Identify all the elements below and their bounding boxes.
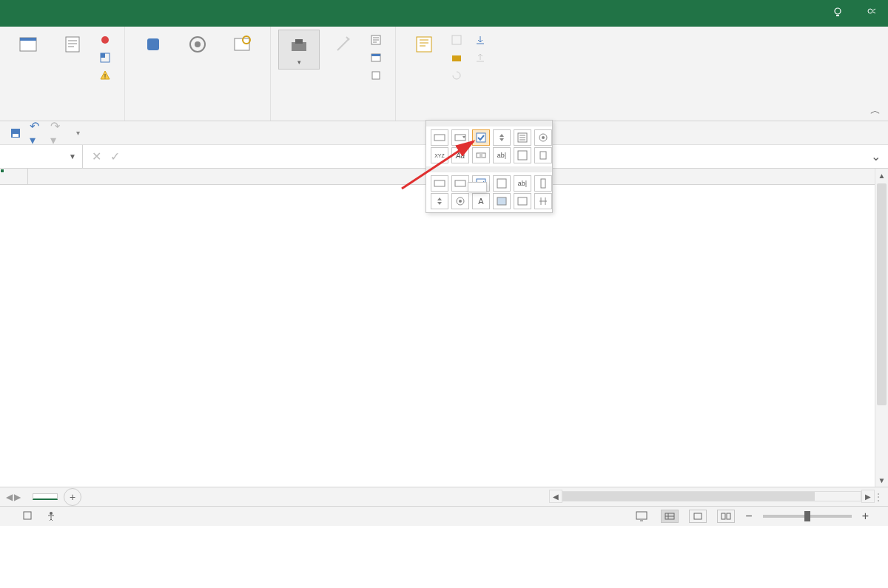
add-sheet-button[interactable]: + (64, 488, 81, 506)
hscroll-right-icon[interactable]: ▶ (861, 490, 875, 503)
ax-listbox-control[interactable] (493, 175, 511, 192)
record-icon (99, 34, 111, 46)
ribbon-group-controls: ▾ (271, 27, 396, 121)
collapse-ribbon-button[interactable]: ︿ (870, 104, 881, 118)
ax-combo-control[interactable] (451, 175, 469, 192)
svg-point-5 (101, 36, 109, 44)
insert-controls-button[interactable]: ▾ (278, 30, 320, 70)
hscroll-left-icon[interactable]: ◀ (549, 490, 562, 503)
share-button[interactable] (866, 7, 882, 21)
ax-option-control[interactable] (451, 193, 469, 209)
scroll-down-icon[interactable]: ▼ (875, 473, 888, 487)
svg-rect-30 (480, 153, 482, 158)
svg-rect-51 (727, 513, 730, 519)
view-page-break-button[interactable] (717, 510, 735, 523)
form-spinner-control[interactable] (493, 129, 511, 146)
sheet-prev-icon[interactable]: ◀ (6, 492, 13, 502)
form-option-control[interactable] (534, 129, 552, 146)
qat-customize-icon[interactable]: ▾ (71, 126, 84, 140)
enter-formula-icon[interactable]: ✓ (110, 149, 120, 163)
form-combo-list-control[interactable] (514, 147, 531, 163)
expand-formula-bar-icon[interactable]: ⌄ (864, 149, 888, 163)
svg-point-1 (868, 9, 872, 13)
scroll-up-icon[interactable]: ▲ (875, 169, 888, 182)
properties-button[interactable] (367, 33, 388, 47)
form-button-control[interactable] (431, 129, 448, 146)
form-combo-drop-control[interactable] (534, 147, 552, 163)
form-checkbox-control[interactable] (472, 129, 490, 146)
zoom-in-button[interactable]: + (862, 510, 869, 523)
run-dialog-button[interactable] (367, 68, 388, 83)
svg-rect-32 (540, 152, 546, 159)
sheet-next-icon[interactable]: ▶ (14, 492, 21, 502)
svg-rect-44 (13, 134, 18, 137)
excel-addins-button[interactable] (177, 30, 218, 61)
svg-point-11 (195, 41, 201, 47)
svg-point-39 (459, 200, 462, 203)
ax-button-control[interactable] (431, 175, 448, 192)
display-icon (636, 511, 648, 521)
form-scrollbar-control[interactable] (472, 147, 490, 163)
record-macro-button[interactable] (96, 33, 117, 47)
ax-scrollbar-control[interactable] (534, 175, 552, 192)
macro-record-status-icon[interactable] (22, 510, 33, 523)
sheet-tab-1[interactable] (33, 493, 58, 500)
ax-spinner-control[interactable] (431, 193, 448, 209)
scroll-thumb[interactable] (877, 183, 887, 405)
zoom-out-button[interactable]: − (745, 510, 752, 523)
export-icon (474, 52, 486, 64)
ax-textbox-control[interactable]: ab| (514, 175, 531, 192)
form-controls-header (426, 121, 552, 126)
addins-button[interactable] (132, 30, 174, 61)
view-page-layout-button[interactable] (689, 510, 707, 523)
ax-label-control[interactable]: A (472, 193, 490, 209)
display-settings-button[interactable] (636, 511, 650, 521)
zoom-slider[interactable] (763, 515, 852, 518)
tell-me[interactable] (832, 7, 848, 21)
cancel-formula-icon[interactable]: ✕ (92, 149, 101, 163)
horizontal-scrollbar[interactable]: ◀ ▶ (549, 490, 875, 503)
map-properties-button[interactable] (448, 33, 468, 47)
sheet-nav[interactable]: ◀▶ (0, 492, 27, 502)
macro-security-button[interactable]: ! (96, 68, 117, 83)
svg-point-28 (542, 136, 545, 139)
use-relative-refs-button[interactable] (96, 50, 117, 65)
activex-header (426, 166, 552, 172)
com-addins-icon (230, 33, 254, 56)
source-button[interactable] (403, 30, 445, 61)
import-button[interactable] (471, 33, 492, 47)
vertical-scrollbar[interactable]: ▲ ▼ (875, 169, 888, 487)
lightbulb-icon (832, 7, 844, 21)
refresh-data-button[interactable] (448, 68, 468, 83)
design-mode-button[interactable] (323, 30, 364, 61)
form-groupbox-control[interactable]: XYZ (431, 147, 448, 163)
form-combo-control[interactable] (451, 129, 469, 146)
export-button[interactable] (471, 50, 492, 65)
ax-toggle-control[interactable] (514, 193, 531, 209)
accessibility-status[interactable] (46, 511, 59, 521)
form-label-control[interactable]: Aa (451, 147, 469, 163)
ax-image-control[interactable] (493, 193, 511, 209)
chevron-down-icon[interactable]: ▼ (69, 152, 76, 160)
view-normal-button[interactable] (661, 510, 679, 523)
expansion-packs-button[interactable] (448, 50, 468, 65)
undo-icon[interactable]: ↶ ▾ (30, 126, 43, 140)
name-box[interactable]: ▼ (0, 145, 83, 168)
spreadsheet-grid[interactable]: ▲ ▼ (0, 169, 888, 487)
svg-rect-7 (101, 53, 105, 58)
source-icon (412, 33, 436, 56)
redo-icon[interactable]: ↷ ▾ (50, 126, 64, 140)
hscroll-thumb[interactable] (563, 492, 815, 501)
form-textfield-control[interactable]: ab| (493, 147, 511, 163)
svg-rect-12 (235, 38, 249, 50)
cells-area[interactable] (28, 185, 875, 487)
view-code-button[interactable] (367, 50, 388, 65)
select-all-corner[interactable] (0, 169, 28, 185)
macros-button[interactable] (52, 30, 93, 61)
expansion-icon (451, 52, 462, 64)
ax-more-control[interactable] (534, 193, 552, 209)
form-listbox-control[interactable] (514, 129, 531, 146)
com-addins-button[interactable] (221, 30, 263, 61)
visual-basic-button[interactable] (7, 30, 49, 61)
save-icon[interactable] (9, 126, 22, 140)
